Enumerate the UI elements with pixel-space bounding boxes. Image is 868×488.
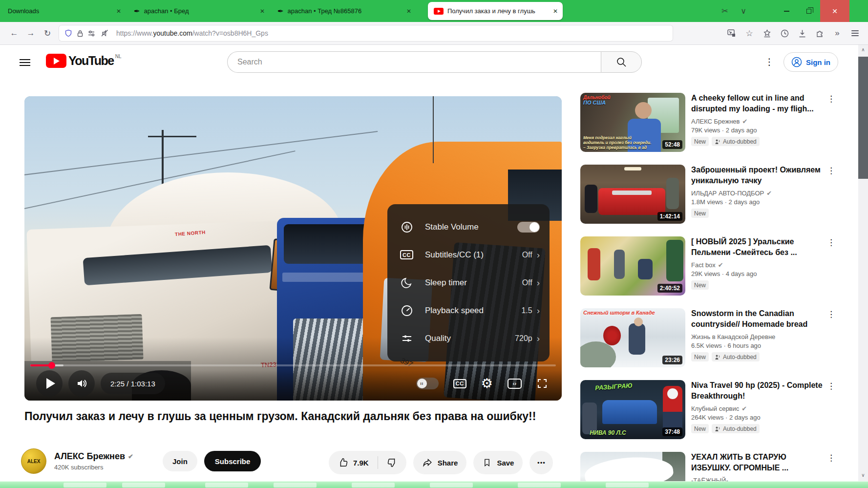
progress-bar[interactable] — [30, 364, 556, 366]
settings-gear-icon[interactable]: ⚙ — [481, 377, 493, 390]
subscribe-button[interactable]: Subscribe — [204, 451, 261, 471]
kebab-menu-icon[interactable]: ⋮ — [827, 166, 835, 176]
related-video-item[interactable]: РАЗЫГРАЮ НИВА 90 Л.С 37:48 Niva Travel 9… — [580, 380, 855, 439]
guide-menu-button[interactable] — [20, 57, 30, 68]
youtube-logo[interactable]: YouTube NL — [46, 54, 122, 68]
subtitles-button[interactable]: CC — [453, 379, 466, 388]
tab-youtube-active[interactable]: Получил заказ и лечу в глушь ✕ — [428, 2, 563, 20]
like-button[interactable]: 7.9K — [329, 451, 378, 474]
new-badge: New — [691, 209, 709, 218]
channel-avatar[interactable]: ALEX — [21, 448, 46, 474]
join-button[interactable]: Join — [163, 451, 197, 471]
window-minimize-button[interactable] — [775, 0, 798, 22]
kebab-menu-icon[interactable]: ⋮ — [827, 453, 835, 463]
forward-button[interactable]: → — [22, 26, 39, 41]
windows-taskbar-edge[interactable] — [0, 481, 868, 488]
fullscreen-button[interactable] — [536, 378, 548, 389]
related-channel[interactable]: Жизнь в Канадской Деревне — [691, 333, 824, 340]
library-icon[interactable] — [760, 26, 774, 41]
extensions-puzzle-icon[interactable] — [812, 26, 827, 41]
save-button[interactable]: Save — [473, 451, 523, 474]
verified-badge-icon: ✔ — [718, 261, 723, 269]
related-channel[interactable]: АЛЕКС Брежнев✔ — [691, 118, 824, 125]
related-channel[interactable]: Fact box✔ — [691, 261, 824, 269]
scroll-down-arrow-icon[interactable]: ∨ — [858, 471, 868, 479]
video-thumbnail[interactable]: 2:40:52 — [580, 236, 685, 296]
play-button[interactable] — [36, 370, 63, 397]
video-thumbnail[interactable]: Снежный шторм в Канаде 23:26 — [580, 308, 685, 367]
kebab-menu-icon[interactable]: ⋮ — [827, 237, 835, 248]
more-actions-button[interactable]: ••• — [529, 451, 553, 474]
progress-scrubber[interactable] — [48, 362, 55, 369]
tab-close-icon[interactable]: ✕ — [548, 8, 558, 15]
menu-item-quality[interactable]: Quality 720p › — [387, 324, 550, 352]
tab-close-icon[interactable]: ✕ — [255, 8, 265, 15]
browser-tab-bar: Downloads ✕ ✒ apachan • Бред ✕ ✒ apachan… — [0, 0, 868, 22]
app-menu-icon[interactable] — [847, 26, 862, 41]
video-thumbnail[interactable]: 1:42:14 — [580, 165, 685, 224]
autoplay-toggle[interactable]: II — [416, 378, 439, 389]
kebab-menu-icon[interactable]: ⋮ — [827, 94, 835, 104]
related-title[interactable]: УЕХАЛ ЖИТЬ В СТАРУЮ ИЗБУШКУ. ОГРОМНЫЕ ..… — [691, 452, 824, 473]
related-video-item[interactable]: 2:40:52 [ НОВЫЙ 2025 ] Уральские Пельмен… — [580, 236, 855, 296]
tab-list-chevron-icon[interactable]: ∨ — [734, 6, 753, 16]
miniplayer-button[interactable]: ‹› — [508, 379, 522, 389]
share-button[interactable]: Share — [413, 451, 467, 474]
youtube-play-icon — [46, 54, 66, 68]
url-bar[interactable]: https://www.youtube.com/watch?v=osb8H6H_… — [59, 25, 673, 42]
menu-item-subtitles[interactable]: CC Subtitles/CC (1) Off › — [387, 241, 550, 269]
lock-icon[interactable] — [77, 30, 84, 37]
stable-volume-toggle[interactable] — [517, 222, 540, 233]
volume-button[interactable] — [68, 370, 95, 397]
tab-close-icon[interactable]: ✕ — [402, 8, 411, 15]
tab-close-icon[interactable]: ✕ — [111, 8, 121, 15]
fullscreen-icon — [536, 378, 548, 389]
window-close-button[interactable]: ✕ — [820, 0, 849, 22]
tab-title: apachan • Тред №865876 — [288, 7, 362, 15]
related-channel[interactable]: Клубный сервис✔ — [691, 405, 824, 412]
window-restore-button[interactable] — [798, 0, 820, 22]
related-title[interactable]: Niva Travel 90 hp (2025) - Complete Brea… — [691, 380, 824, 402]
tab-downloads[interactable]: Downloads ✕ — [0, 0, 126, 22]
page-scrollbar[interactable]: ∧ ∨ — [858, 45, 868, 488]
related-video-item[interactable]: ДальнобойПО США Меня подрезал наглый вод… — [580, 93, 855, 152]
related-video-item[interactable]: 1:42:14 Заброшенный проект! Оживляем уни… — [580, 165, 855, 224]
menu-item-sleep-timer[interactable]: Sleep timer Off › — [387, 269, 550, 297]
video-player[interactable]: THE NORTH TN233 397 Stable Volume — [24, 96, 562, 401]
back-button[interactable]: ← — [6, 26, 22, 41]
tab-apachan-1[interactable]: ✒ apachan • Бред ✕ — [126, 0, 270, 22]
autoplay-blocked-icon[interactable] — [101, 29, 109, 37]
related-title[interactable]: A cheeky fellow cut in line and disrupte… — [691, 93, 824, 114]
menu-item-playback-speed[interactable]: Playback speed 1.5 › — [387, 297, 550, 324]
related-title[interactable]: Snowstorm in the Canadian countryside// … — [691, 308, 824, 330]
related-channel[interactable]: ИЛЬДАР АВТО-ПОДБОР✔ — [691, 190, 824, 197]
save-page-icon[interactable] — [724, 26, 739, 41]
related-title[interactable]: Заброшенный проект! Оживляем уникальную … — [691, 165, 824, 186]
page-url[interactable]: https://www.youtube.com/watch?v=osb8H6H_… — [116, 29, 268, 37]
sign-in-button[interactable]: Sign in — [783, 52, 838, 72]
site-favicon-icon: ✒ — [134, 7, 140, 16]
bookmark-star-icon[interactable]: ☆ — [742, 26, 757, 41]
video-thumbnail[interactable]: РАЗЫГРАЮ НИВА 90 Л.С 37:48 — [580, 380, 685, 439]
channel-name[interactable]: АЛЕКС Брежнев✔ — [54, 451, 152, 462]
tab-apachan-2[interactable]: ✒ apachan • Тред №865876 ✕ — [270, 0, 416, 22]
screenshot-extension-icon[interactable]: ✂ — [716, 6, 734, 16]
history-clock-icon[interactable] — [777, 26, 792, 41]
overflow-chevrons-icon[interactable]: » — [830, 26, 845, 41]
permissions-sliders-icon[interactable] — [88, 30, 96, 37]
header-kebab-icon[interactable]: ⋮ — [763, 56, 775, 67]
related-title[interactable]: [ НОВЫЙ 2025 ] Уральские Пельмени -Смейт… — [691, 236, 824, 258]
kebab-menu-icon[interactable]: ⋮ — [827, 309, 835, 319]
reload-button[interactable]: ↻ — [39, 26, 56, 41]
scroll-up-arrow-icon[interactable]: ∧ — [858, 46, 868, 54]
video-thumbnail[interactable]: ДальнобойПО США Меня подрезал наглый вод… — [580, 93, 685, 152]
tracking-shield-icon[interactable] — [64, 29, 72, 37]
kebab-menu-icon[interactable]: ⋮ — [827, 381, 835, 391]
scrollbar-thumb[interactable] — [858, 57, 868, 179]
downloads-icon[interactable] — [795, 26, 809, 41]
menu-item-stable-volume[interactable]: Stable Volume — [387, 213, 550, 241]
dislike-button[interactable] — [378, 451, 406, 474]
related-video-item[interactable]: Снежный шторм в Канаде 23:26 Snowstorm i… — [580, 308, 855, 367]
search-button[interactable] — [601, 51, 642, 73]
search-input[interactable] — [227, 51, 601, 73]
